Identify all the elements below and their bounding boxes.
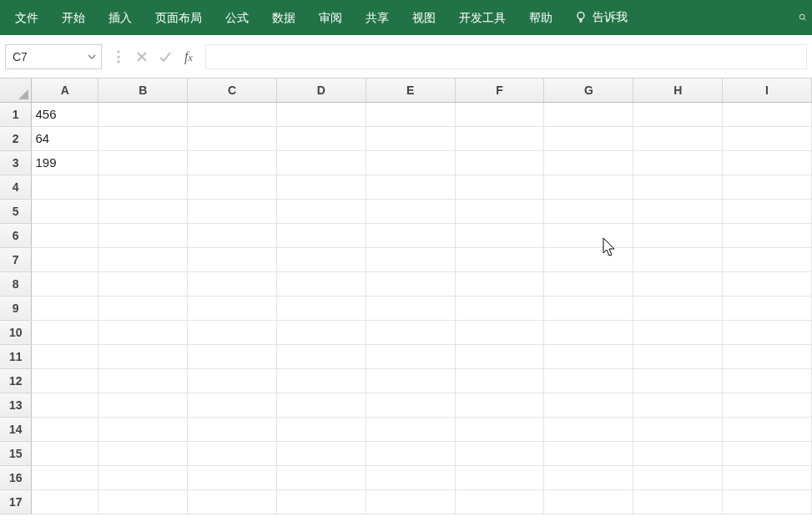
cell-B14[interactable]	[98, 417, 188, 441]
cell-D15[interactable]	[277, 441, 366, 465]
row-header-12[interactable]: 12	[0, 368, 32, 393]
cell-I3[interactable]	[723, 150, 812, 175]
cell-E6[interactable]	[366, 223, 455, 247]
cell-I11[interactable]	[723, 344, 812, 368]
cell-E15[interactable]	[366, 441, 455, 465]
insert-function-button[interactable]: fx	[177, 44, 200, 69]
cell-H5[interactable]	[633, 199, 723, 223]
cell-E7[interactable]	[366, 247, 455, 271]
cell-G4[interactable]	[544, 175, 633, 199]
cell-B1[interactable]	[98, 102, 188, 126]
cell-H7[interactable]	[633, 247, 723, 271]
cell-B3[interactable]	[98, 150, 188, 175]
cell-B8[interactable]	[98, 271, 188, 296]
cell-H14[interactable]	[633, 417, 723, 441]
row-header-10[interactable]: 10	[0, 320, 32, 344]
cell-G7[interactable]	[544, 247, 633, 271]
col-header-D[interactable]: D	[277, 79, 366, 102]
cell-D10[interactable]	[277, 320, 366, 344]
cell-D16[interactable]	[277, 465, 366, 489]
tell-me-button[interactable]: 告诉我	[564, 10, 638, 26]
cell-G3[interactable]	[544, 150, 633, 175]
cell-A7[interactable]	[32, 247, 98, 271]
cell-A16[interactable]	[32, 465, 98, 489]
ribbon-tab-data[interactable]: 数据	[260, 0, 307, 35]
cell-C11[interactable]	[188, 344, 277, 368]
cell-B13[interactable]	[98, 393, 188, 417]
row-header-8[interactable]: 8	[0, 271, 32, 296]
cell-G11[interactable]	[544, 344, 633, 368]
cell-B11[interactable]	[98, 344, 188, 368]
row-header-16[interactable]: 16	[0, 465, 32, 489]
cell-C12[interactable]	[188, 368, 277, 393]
cell-I14[interactable]	[723, 417, 812, 441]
cell-F16[interactable]	[455, 465, 544, 489]
col-header-I[interactable]: I	[723, 79, 812, 102]
cell-C8[interactable]	[188, 271, 277, 296]
cell-D7[interactable]	[277, 247, 366, 271]
col-header-F[interactable]: F	[455, 79, 544, 102]
cell-E17[interactable]	[366, 489, 455, 514]
more-options-button[interactable]	[107, 44, 130, 69]
cell-A1[interactable]: 456	[32, 102, 98, 126]
row-header-1[interactable]: 1	[0, 102, 32, 126]
ribbon-tab-view[interactable]: 视图	[401, 0, 447, 35]
cell-E4[interactable]	[366, 175, 455, 199]
cell-C14[interactable]	[188, 417, 277, 441]
row-header-17[interactable]: 17	[0, 489, 32, 514]
cell-H12[interactable]	[633, 368, 723, 393]
cell-A17[interactable]	[32, 489, 98, 514]
cell-C2[interactable]	[188, 126, 277, 150]
cell-H1[interactable]	[633, 102, 723, 126]
cell-D4[interactable]	[277, 175, 366, 199]
row-header-13[interactable]: 13	[0, 393, 32, 417]
cell-B16[interactable]	[98, 465, 188, 489]
cell-G2[interactable]	[544, 126, 633, 150]
cell-I17[interactable]	[723, 489, 812, 514]
cell-C7[interactable]	[188, 247, 277, 271]
row-header-5[interactable]: 5	[0, 199, 32, 223]
cell-E3[interactable]	[366, 150, 455, 175]
cell-A13[interactable]	[32, 393, 98, 417]
cell-C10[interactable]	[188, 320, 277, 344]
row-header-9[interactable]: 9	[0, 296, 32, 320]
cell-G1[interactable]	[544, 102, 633, 126]
ribbon-tab-page-layout[interactable]: 页面布局	[144, 0, 214, 35]
cell-B15[interactable]	[98, 441, 188, 465]
cell-G13[interactable]	[544, 393, 633, 417]
cell-F11[interactable]	[455, 344, 544, 368]
row-header-3[interactable]: 3	[0, 150, 32, 175]
cell-D6[interactable]	[277, 223, 366, 247]
col-header-E[interactable]: E	[366, 79, 455, 102]
cell-E11[interactable]	[366, 344, 455, 368]
spreadsheet-grid[interactable]: A B C D E F G H I 1456264319945678910111…	[0, 79, 812, 522]
cell-B7[interactable]	[98, 247, 188, 271]
cell-E9[interactable]	[366, 296, 455, 320]
cell-D11[interactable]	[277, 344, 366, 368]
cell-C5[interactable]	[188, 199, 277, 223]
cell-E1[interactable]	[366, 102, 455, 126]
cell-H17[interactable]	[633, 489, 723, 514]
cell-F4[interactable]	[455, 175, 544, 199]
cell-C3[interactable]	[188, 150, 277, 175]
cell-F17[interactable]	[455, 489, 544, 514]
cell-A3[interactable]: 199	[32, 150, 98, 175]
cell-A4[interactable]	[32, 175, 98, 199]
cell-G12[interactable]	[544, 368, 633, 393]
ribbon-tab-share[interactable]: 共享	[354, 0, 401, 35]
cell-F9[interactable]	[455, 296, 544, 320]
cell-B2[interactable]	[98, 126, 188, 150]
cell-B6[interactable]	[98, 223, 188, 247]
cell-H2[interactable]	[633, 126, 723, 150]
cell-B4[interactable]	[98, 175, 188, 199]
cell-C16[interactable]	[188, 465, 277, 489]
cell-A6[interactable]	[32, 223, 98, 247]
cell-G15[interactable]	[544, 441, 633, 465]
row-header-15[interactable]: 15	[0, 441, 32, 465]
cell-H8[interactable]	[633, 271, 723, 296]
cell-I13[interactable]	[723, 393, 812, 417]
cell-I9[interactable]	[723, 296, 812, 320]
cell-F8[interactable]	[455, 271, 544, 296]
cell-E8[interactable]	[366, 271, 455, 296]
row-header-4[interactable]: 4	[0, 175, 32, 199]
